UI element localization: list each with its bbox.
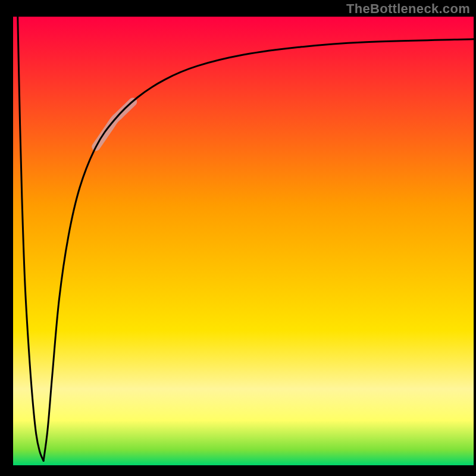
chart-svg — [0, 0, 476, 476]
chart-frame: TheBottleneck.com — [0, 0, 476, 476]
watermark-text: TheBottleneck.com — [346, 1, 470, 17]
plot-area — [13, 17, 474, 465]
